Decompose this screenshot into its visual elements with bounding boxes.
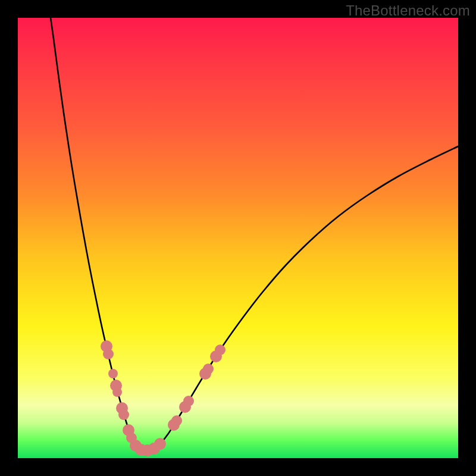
curve-marker xyxy=(183,396,194,406)
watermark-label: TheBottleneck.com xyxy=(346,2,470,19)
curve-marker xyxy=(103,349,114,359)
curve-marker xyxy=(203,364,214,374)
chart-svg-layer xyxy=(18,18,458,458)
curve-marker xyxy=(112,387,122,397)
chart-plot-area xyxy=(18,18,458,458)
curve-marker xyxy=(108,369,118,378)
curve-marker xyxy=(171,415,182,426)
curve-marker xyxy=(154,438,166,450)
curve-marker xyxy=(215,345,226,355)
curve-marker xyxy=(118,409,129,420)
chart-frame: TheBottleneck.com xyxy=(0,0,476,476)
